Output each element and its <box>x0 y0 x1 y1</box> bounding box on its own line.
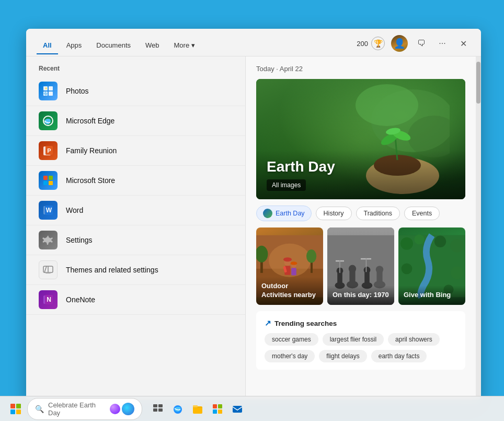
win-logo-yellow <box>16 409 21 414</box>
win-logo-green <box>16 404 21 408</box>
taskbar-search[interactable]: 🔍 Celebrate Earth Day <box>27 398 142 420</box>
outdoor-activities-card[interactable]: Outdoor Activities nearby <box>256 227 323 305</box>
store-icon <box>39 171 58 190</box>
onenote-icon: N <box>39 290 58 309</box>
events-tag[interactable]: Events <box>404 207 440 220</box>
list-item[interactable]: Photos <box>26 76 245 106</box>
svg-rect-15 <box>49 181 53 185</box>
windows-logo <box>10 404 21 414</box>
store-label: Microsoft Store <box>66 176 115 185</box>
svg-rect-80 <box>158 404 163 407</box>
svg-rect-89 <box>218 409 222 414</box>
trending-pill[interactable]: earth day facts <box>371 350 427 362</box>
trophy-icon[interactable]: 🏆 <box>371 37 385 50</box>
family-reunion-label: Family Reunion <box>66 146 117 155</box>
edge-taskbar-icon[interactable] <box>168 400 187 418</box>
tab-web[interactable]: Web <box>139 37 166 54</box>
tab-apps[interactable]: Apps <box>60 37 88 54</box>
themes-label: Themes and related settings <box>66 266 158 274</box>
day-1970-label: On this day: 1970 <box>327 286 394 305</box>
close-icon[interactable]: ✕ <box>456 36 471 51</box>
svg-point-74 <box>450 239 464 253</box>
hero-title: Earth Day <box>267 158 455 175</box>
svg-rect-54 <box>337 273 342 286</box>
trending-pill[interactable]: largest flier fossil <box>323 333 384 346</box>
settings-icon <box>39 231 58 249</box>
tab-documents[interactable]: Documents <box>90 37 137 54</box>
photos-label: Photos <box>66 87 89 95</box>
list-item[interactable]: N OneNote <box>26 285 245 315</box>
hero-card[interactable]: Earth Day All images <box>256 79 465 199</box>
trending-pill[interactable]: mother's day <box>265 350 315 362</box>
trending-arrow-icon: ↗ <box>265 318 271 328</box>
list-item[interactable]: Microsoft Edge <box>26 106 245 136</box>
svg-rect-14 <box>43 181 48 185</box>
onenote-label: OneNote <box>66 295 95 304</box>
tab-more[interactable]: More ▾ <box>168 37 201 54</box>
scrollbar[interactable] <box>476 56 481 400</box>
traditions-tag[interactable]: Traditions <box>356 207 400 220</box>
svg-rect-13 <box>49 176 53 180</box>
trending-pills: soccer games largest flier fossil april … <box>265 333 457 362</box>
store-taskbar-icon[interactable] <box>208 400 227 418</box>
list-item[interactable]: W Word <box>26 196 245 225</box>
svg-rect-87 <box>218 404 222 408</box>
date-header: Today · April 22 <box>256 65 465 73</box>
tags-row: Earth Day History Traditions Events <box>256 206 465 221</box>
search-icon: 🔍 <box>35 405 44 413</box>
svg-rect-66 <box>339 260 340 273</box>
bing-icon <box>122 403 134 415</box>
mail-taskbar-icon[interactable] <box>228 400 247 418</box>
thumbnail-row: Outdoor Activities nearby <box>256 227 465 305</box>
right-panel-container: Today · April 22 <box>246 56 481 400</box>
points-value: 200 <box>357 40 368 48</box>
list-item[interactable]: Settings <box>26 225 245 255</box>
photos-icon <box>39 82 58 100</box>
on-this-day-card[interactable]: On this day: 1970 <box>327 227 394 305</box>
menu-header: All Apps Documents Web More ▾ 200 🏆 👤 🗨 … <box>26 29 481 56</box>
trending-label: Trending searches <box>274 320 337 327</box>
nav-tabs: All Apps Documents Web More ▾ <box>37 37 346 54</box>
svg-rect-90 <box>233 406 242 413</box>
more-options-icon[interactable]: ··· <box>435 36 450 51</box>
win-logo-blue <box>10 409 15 414</box>
all-images-button[interactable]: All images <box>267 179 306 191</box>
list-item[interactable]: Themes and related settings <box>26 255 245 285</box>
taskbar: 🔍 Celebrate Earth Day <box>0 396 504 421</box>
svg-rect-21 <box>45 272 51 274</box>
svg-point-73 <box>434 236 446 247</box>
svg-rect-57 <box>349 271 355 285</box>
history-tag[interactable]: History <box>316 207 352 220</box>
svg-rect-3 <box>49 92 53 96</box>
svg-text:N: N <box>47 296 51 303</box>
svg-rect-79 <box>153 404 157 407</box>
trending-pill[interactable]: soccer games <box>265 333 318 346</box>
scrollbar-thumb[interactable] <box>476 62 480 104</box>
edge-icon <box>39 111 58 130</box>
outdoor-label: Outdoor Activities nearby <box>256 277 323 305</box>
tab-all[interactable]: All <box>37 37 58 54</box>
give-with-bing-card[interactable]: Give with Bing <box>398 227 465 305</box>
trending-pill[interactable]: april showers <box>388 333 440 346</box>
feedback-icon[interactable]: 🗨 <box>414 36 429 51</box>
search-text: Celebrate Earth Day <box>48 401 106 417</box>
trending-pill[interactable]: flight delays <box>319 350 366 362</box>
word-icon: W <box>39 201 58 220</box>
edge-label: Microsoft Edge <box>66 117 114 125</box>
list-item[interactable]: P Family Reunion <box>26 136 245 166</box>
earth-day-tag[interactable]: Earth Day <box>256 206 312 221</box>
start-button[interactable] <box>6 400 25 418</box>
svg-rect-63 <box>376 271 382 285</box>
task-view-icon[interactable] <box>148 400 167 418</box>
list-item[interactable]: Microsoft Store <box>26 166 245 196</box>
right-panel: Today · April 22 <box>246 56 476 400</box>
avatar[interactable]: 👤 <box>391 35 408 52</box>
svg-rect-12 <box>43 176 48 180</box>
svg-rect-85 <box>193 405 198 407</box>
svg-text:W: W <box>46 207 52 214</box>
trending-section: ↗ Trending searches soccer games largest… <box>256 311 465 370</box>
earth-globe-icon <box>263 209 272 218</box>
svg-rect-51 <box>291 262 296 264</box>
explorer-taskbar-icon[interactable] <box>188 400 207 418</box>
svg-rect-82 <box>158 408 163 412</box>
